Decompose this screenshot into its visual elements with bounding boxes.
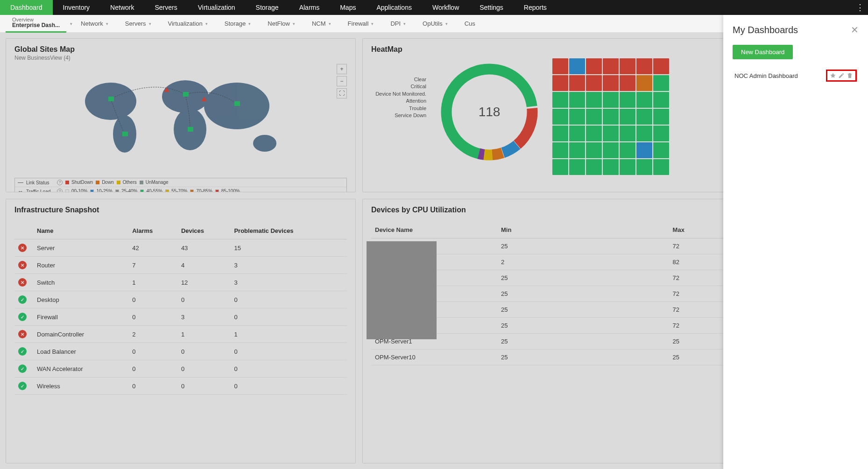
heatmap-cell[interactable] xyxy=(653,159,669,175)
heatmap-cell[interactable] xyxy=(620,126,635,141)
help-icon[interactable]: ? xyxy=(57,180,63,185)
heatmap-cell[interactable] xyxy=(636,75,652,91)
dashboard-item-label: NOC Admin Dashboard xyxy=(734,72,798,79)
subnav-custom[interactable]: Cus xyxy=(456,15,484,33)
chevron-down-icon: ▾ xyxy=(445,21,448,26)
heatmap-cell[interactable] xyxy=(636,126,652,141)
subnav-dpi[interactable]: DPI▾ xyxy=(382,15,414,33)
subnav-oputils[interactable]: OpUtils▾ xyxy=(414,15,456,33)
help-icon[interactable]: ? xyxy=(57,189,63,192)
heatmap-cell[interactable] xyxy=(552,58,568,74)
heatmap-cell[interactable] xyxy=(586,126,602,141)
heatmap-cell[interactable] xyxy=(586,92,602,108)
heatmap-cell[interactable] xyxy=(620,109,635,125)
heatmap-cell[interactable] xyxy=(620,58,635,74)
heatmap-cell[interactable] xyxy=(603,159,619,175)
more-menu-icon[interactable]: ⋮ xyxy=(856,2,863,13)
nav-inventory[interactable]: Inventory xyxy=(53,0,100,15)
heatmap-cell[interactable] xyxy=(569,75,585,91)
heatmap-cell[interactable] xyxy=(552,75,568,91)
dashboard-list-item[interactable]: NOC Admin Dashboard xyxy=(733,65,859,86)
heatmap-cell[interactable] xyxy=(586,75,602,91)
heatmap-cell[interactable] xyxy=(586,58,602,74)
heatmap-cell[interactable] xyxy=(586,142,602,158)
heatmap-cell[interactable] xyxy=(653,58,669,74)
heatmap-cell[interactable] xyxy=(569,142,585,158)
subnav-network[interactable]: Network▾ xyxy=(72,15,117,33)
heatmap-cell[interactable] xyxy=(603,75,619,91)
heatmap-cell[interactable] xyxy=(620,159,635,175)
heatmap-cell[interactable] xyxy=(653,75,669,91)
nav-servers[interactable]: Servers xyxy=(144,0,187,15)
table-row[interactable]: ✓WAN Accelerator000 xyxy=(14,360,347,378)
subnav-netflow[interactable]: NetFlow▾ xyxy=(259,15,303,33)
nav-workflow[interactable]: Workflow xyxy=(422,0,469,15)
heatmap-cell[interactable] xyxy=(603,58,619,74)
heatmap-cell[interactable] xyxy=(636,92,652,108)
table-row[interactable]: ✕Router743 xyxy=(14,257,347,274)
fullscreen-button[interactable]: ⛶ xyxy=(337,88,347,98)
new-dashboard-button[interactable]: New Dashboard xyxy=(733,45,793,59)
nav-network[interactable]: Network xyxy=(100,0,144,15)
heatmap-cell[interactable] xyxy=(603,92,619,108)
heatmap-cell[interactable] xyxy=(569,159,585,175)
table-row[interactable]: ✕Switch1123 xyxy=(14,274,347,291)
heatmap-cell[interactable] xyxy=(620,75,635,91)
heatmap-cell[interactable] xyxy=(569,126,585,141)
nav-maps[interactable]: Maps xyxy=(330,0,366,15)
heatmap-cell[interactable] xyxy=(653,92,669,108)
heatmap-cell[interactable] xyxy=(653,109,669,125)
heatmap-cell[interactable] xyxy=(552,126,568,141)
subnav-ncm[interactable]: NCM▾ xyxy=(303,15,339,33)
heatmap-cell[interactable] xyxy=(569,109,585,125)
edit-icon[interactable] xyxy=(838,72,845,79)
heatmap-cell[interactable] xyxy=(552,159,568,175)
heatmap-cell[interactable] xyxy=(569,58,585,74)
zoom-out-button[interactable]: − xyxy=(337,76,347,86)
world-map[interactable] xyxy=(59,64,302,171)
chevron-down-icon: ▾ xyxy=(205,21,208,26)
subnav-overview[interactable]: Overview Enterprise Dash... xyxy=(6,15,66,33)
heatmap-cell[interactable] xyxy=(552,142,568,158)
chevron-down-icon: ▾ xyxy=(149,21,151,26)
close-icon[interactable]: ✕ xyxy=(851,24,859,35)
nav-reports[interactable]: Reports xyxy=(514,0,557,15)
heatmap-cell[interactable] xyxy=(636,109,652,125)
heatmap-cell[interactable] xyxy=(636,58,652,74)
nav-alarms[interactable]: Alarms xyxy=(289,0,330,15)
heatmap-cell[interactable] xyxy=(569,92,585,108)
heatmap-cell[interactable] xyxy=(653,126,669,141)
heatmap-cell[interactable] xyxy=(586,109,602,125)
star-icon[interactable] xyxy=(830,72,836,79)
table-row[interactable]: ✕Server424315 xyxy=(14,239,347,257)
heatmap-cell[interactable] xyxy=(636,142,652,158)
heatmap-cell[interactable] xyxy=(653,142,669,158)
nav-settings[interactable]: Settings xyxy=(469,0,514,15)
heatmap-cell[interactable] xyxy=(586,159,602,175)
delete-icon[interactable] xyxy=(847,72,853,79)
svg-rect-10 xyxy=(234,101,240,106)
zoom-in-button[interactable]: + xyxy=(337,64,347,74)
heatmap-cell[interactable] xyxy=(603,142,619,158)
status-error-icon: ✕ xyxy=(18,278,27,287)
table-row[interactable]: ✓Wireless000 xyxy=(14,378,347,395)
heatmap-cell[interactable] xyxy=(603,109,619,125)
heatmap-cell[interactable] xyxy=(636,159,652,175)
nav-applications[interactable]: Applications xyxy=(366,0,422,15)
nav-storage[interactable]: Storage xyxy=(246,0,289,15)
heatmap-cell[interactable] xyxy=(603,126,619,141)
heatmap-cell[interactable] xyxy=(552,109,568,125)
table-row[interactable]: ✓Load Balancer000 xyxy=(14,343,347,360)
heatmap-cell[interactable] xyxy=(552,92,568,108)
table-row[interactable]: ✕DomainController211 xyxy=(14,326,347,343)
table-row[interactable]: ✓Firewall030 xyxy=(14,308,347,326)
nav-dashboard[interactable]: Dashboard xyxy=(0,0,53,15)
subnav-servers[interactable]: Servers▾ xyxy=(117,15,160,33)
heatmap-cell[interactable] xyxy=(620,92,635,108)
nav-virtualization[interactable]: Virtualization xyxy=(188,0,246,15)
table-row[interactable]: ✓Desktop000 xyxy=(14,291,347,308)
heatmap-cell[interactable] xyxy=(620,142,635,158)
subnav-firewall[interactable]: Firewall▾ xyxy=(339,15,382,33)
subnav-virtualization[interactable]: Virtualization▾ xyxy=(160,15,216,33)
subnav-storage[interactable]: Storage▾ xyxy=(216,15,260,33)
